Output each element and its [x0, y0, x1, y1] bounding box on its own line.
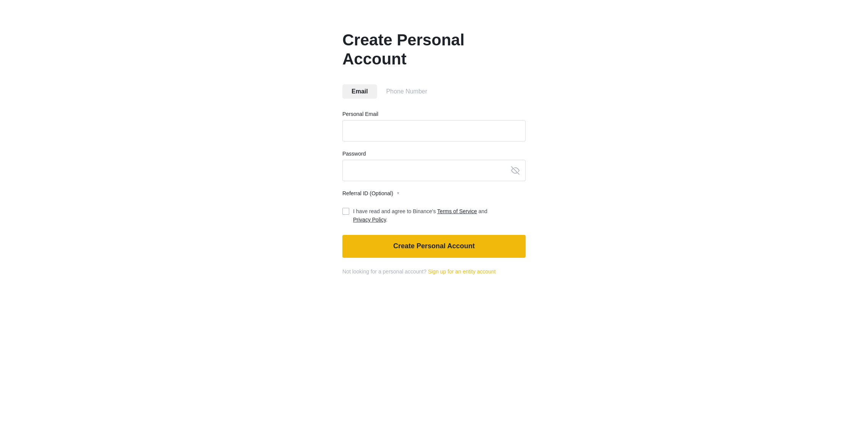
tos-link[interactable]: Terms of Service — [437, 208, 477, 214]
create-account-button[interactable]: Create Personal Account — [342, 235, 526, 258]
email-label: Personal Email — [342, 111, 526, 117]
chevron-down-icon: ▼ — [396, 191, 400, 195]
registration-form: Create Personal Account Email Phone Numb… — [342, 23, 526, 282]
toggle-password-icon[interactable] — [511, 166, 520, 175]
page-title: Create Personal Account — [342, 31, 526, 69]
footer-text-before: Not looking for a personal account? — [342, 268, 428, 275]
tos-text: I have read and agree to Binance's Terms… — [353, 207, 487, 224]
password-wrapper — [342, 160, 526, 181]
referral-label: Referral ID (Optional) — [342, 190, 393, 196]
tos-checkbox-row: I have read and agree to Binance's Terms… — [342, 207, 526, 224]
tos-checkbox[interactable] — [342, 208, 349, 215]
auth-method-tabs: Email Phone Number — [342, 84, 526, 99]
tos-text-after: . — [386, 217, 387, 223]
privacy-link[interactable]: Privacy Policy — [353, 217, 386, 223]
password-input[interactable] — [342, 160, 526, 181]
email-input[interactable] — [342, 120, 526, 141]
referral-id-row[interactable]: Referral ID (Optional) ▼ — [342, 190, 526, 196]
tab-email[interactable]: Email — [342, 84, 377, 99]
email-field-group: Personal Email — [342, 111, 526, 141]
password-label: Password — [342, 151, 526, 157]
password-field-group: Password — [342, 151, 526, 181]
footer-text: Not looking for a personal account? Sign… — [342, 268, 526, 275]
tos-text-between: and — [477, 208, 487, 214]
entity-account-link[interactable]: Sign up for an entity account — [428, 268, 495, 275]
tos-text-before: I have read and agree to Binance's — [353, 208, 437, 214]
tab-phone[interactable]: Phone Number — [377, 84, 437, 99]
